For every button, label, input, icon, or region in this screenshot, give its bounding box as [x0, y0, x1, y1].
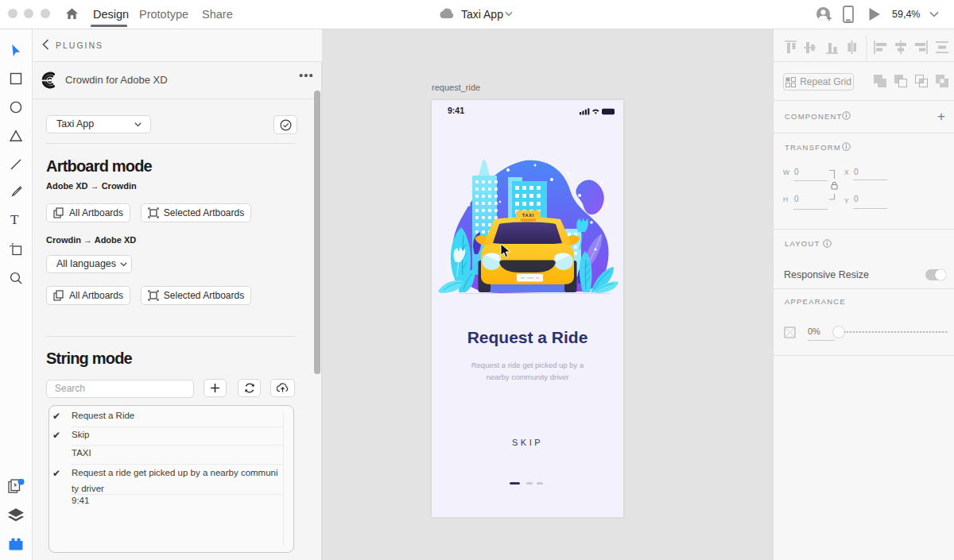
svg-text:TAXI: TAXI — [522, 213, 534, 218]
